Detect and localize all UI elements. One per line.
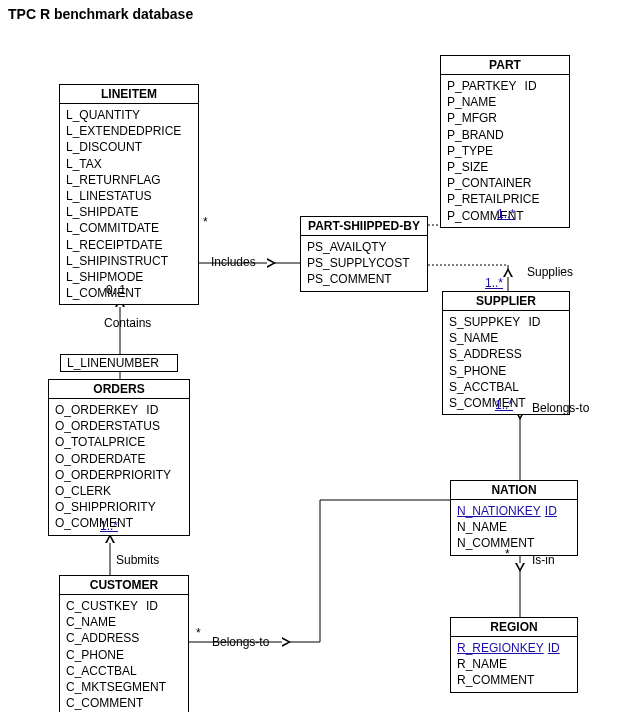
- attr: L_RETURNFLAG: [66, 172, 192, 188]
- attr: PS_SUPPLYCOST: [307, 255, 421, 271]
- attr: O_TOTALPRICE: [55, 434, 183, 450]
- mult-1star-supplier2: 1..*: [495, 398, 513, 412]
- attr: L_QUANTITY: [66, 107, 192, 123]
- rel-belongsto-2: Belongs-to: [212, 635, 269, 649]
- attr: N_NAME: [457, 519, 571, 535]
- entity-header: CUSTOMER: [60, 576, 188, 595]
- mult-1star-orders: 1..*: [100, 519, 118, 533]
- attr: C_NAME: [66, 614, 182, 630]
- attr: O_ORDERDATE: [55, 451, 183, 467]
- arrow-isin-icon: [515, 563, 525, 572]
- entity-header: REGION: [451, 618, 577, 637]
- rel-contains: Contains: [104, 316, 151, 330]
- entity-orders: ORDERS O_ORDERKEYID O_ORDERSTATUS O_TOTA…: [48, 379, 190, 536]
- entity-body: PS_AVAILQTY PS_SUPPLYCOST PS_COMMENT: [301, 236, 427, 291]
- attr: O_CLERK: [55, 483, 183, 499]
- mult-01: 0..1: [106, 283, 126, 297]
- entity-supplier: SUPPLIER S_SUPPKEYID S_NAME S_ADDRESS S_…: [442, 291, 570, 415]
- attr: P_PARTKEYID: [447, 78, 563, 94]
- attr: P_BRAND: [447, 127, 563, 143]
- page-title: TPC R benchmark database: [0, 0, 638, 28]
- attr: L_SHIPINSTRUCT: [66, 253, 192, 269]
- attr: L_SHIPDATE: [66, 204, 192, 220]
- attr: R_REGIONKEYID: [457, 640, 571, 656]
- entity-linenumber: L_LINENUMBER: [60, 354, 178, 372]
- entity-body: C_CUSTKEYID C_NAME C_ADDRESS C_PHONE C_A…: [60, 595, 188, 712]
- attr: O_COMMENT: [55, 515, 183, 531]
- arrow-belongsto2-icon: [282, 637, 291, 647]
- entity-body: P_PARTKEYID P_NAME P_MFGR P_BRAND P_TYPE…: [441, 75, 569, 227]
- attr: L_SHIPMODE: [66, 269, 192, 285]
- attr: R_NAME: [457, 656, 571, 672]
- attr: L_COMMITDATE: [66, 220, 192, 236]
- entity-header: SUPPLIER: [443, 292, 569, 311]
- attr: PS_AVAILQTY: [307, 239, 421, 255]
- entity-region: REGION R_REGIONKEYID R_NAME R_COMMENT: [450, 617, 578, 693]
- attr: S_SUPPKEYID: [449, 314, 563, 330]
- attr: N_COMMENT: [457, 535, 571, 551]
- entity-header: LINEITEM: [60, 85, 198, 104]
- entity-header: NATION: [451, 481, 577, 500]
- attr: O_ORDERKEYID: [55, 402, 183, 418]
- attr: L_LINENUMBER: [61, 355, 177, 371]
- attr: C_CUSTKEYID: [66, 598, 182, 614]
- entity-header: PART: [441, 56, 569, 75]
- attr: N_NATIONKEYID: [457, 503, 571, 519]
- attr: L_TAX: [66, 156, 192, 172]
- attr: C_ACCTBAL: [66, 663, 182, 679]
- entity-partshippedby: PART-SHIIPPED-BY PS_AVAILQTY PS_SUPPLYCO…: [300, 216, 428, 292]
- attr: S_ACCTBAL: [449, 379, 563, 395]
- mult-star-cust: *: [196, 626, 201, 640]
- attr: L_COMMENT: [66, 285, 192, 301]
- attr: P_SIZE: [447, 159, 563, 175]
- mult-star: *: [203, 215, 208, 229]
- entity-part: PART P_PARTKEYID P_NAME P_MFGR P_BRAND P…: [440, 55, 570, 228]
- entity-lineitem: LINEITEM L_QUANTITY L_EXTENDEDPRICE L_DI…: [59, 84, 199, 305]
- rel-belongsto-1: Belongs-to: [532, 401, 589, 415]
- attr: P_RETAILPRICE: [447, 191, 563, 207]
- attr: P_TYPE: [447, 143, 563, 159]
- attr: O_ORDERSTATUS: [55, 418, 183, 434]
- attr: L_RECEIPTDATE: [66, 237, 192, 253]
- attr: L_LINESTATUS: [66, 188, 192, 204]
- arrow-includes-icon: [267, 258, 276, 268]
- rel-supplies: Supplies: [527, 265, 573, 279]
- entity-body: N_NATIONKEYID N_NAME N_COMMENT: [451, 500, 577, 555]
- rel-submits: Submits: [116, 553, 159, 567]
- attr: S_ADDRESS: [449, 346, 563, 362]
- mult-1star-supplier: 1..*: [485, 276, 503, 290]
- entity-body: R_REGIONKEYID R_NAME R_COMMENT: [451, 637, 577, 692]
- mult-1star-part: 1..*: [497, 207, 515, 221]
- attr: P_MFGR: [447, 110, 563, 126]
- attr: L_DISCOUNT: [66, 139, 192, 155]
- entity-customer: CUSTOMER C_CUSTKEYID C_NAME C_ADDRESS C_…: [59, 575, 189, 712]
- arrow-supplies-icon: [503, 268, 513, 277]
- attr: O_SHIPPRIORITY: [55, 499, 183, 515]
- rel-includes: Includes: [211, 255, 256, 269]
- attr: C_PHONE: [66, 647, 182, 663]
- attr: S_PHONE: [449, 363, 563, 379]
- attr: PS_COMMENT: [307, 271, 421, 287]
- entity-header: ORDERS: [49, 380, 189, 399]
- mult-star-nation: *: [505, 547, 510, 561]
- attr: C_ADDRESS: [66, 630, 182, 646]
- attr: S_NAME: [449, 330, 563, 346]
- attr: P_CONTAINER: [447, 175, 563, 191]
- entity-nation: NATION N_NATIONKEYID N_NAME N_COMMENT: [450, 480, 578, 556]
- entity-body: L_QUANTITY L_EXTENDEDPRICE L_DISCOUNT L_…: [60, 104, 198, 304]
- attr: P_NAME: [447, 94, 563, 110]
- rel-isin: Is-in: [532, 553, 555, 567]
- attr: C_COMMENT: [66, 695, 182, 711]
- attr: O_ORDERPRIORITY: [55, 467, 183, 483]
- attr: R_COMMENT: [457, 672, 571, 688]
- attr: L_EXTENDEDPRICE: [66, 123, 192, 139]
- entity-header: PART-SHIIPPED-BY: [301, 217, 427, 236]
- entity-body: O_ORDERKEYID O_ORDERSTATUS O_TOTALPRICE …: [49, 399, 189, 535]
- attr: C_MKTSEGMENT: [66, 679, 182, 695]
